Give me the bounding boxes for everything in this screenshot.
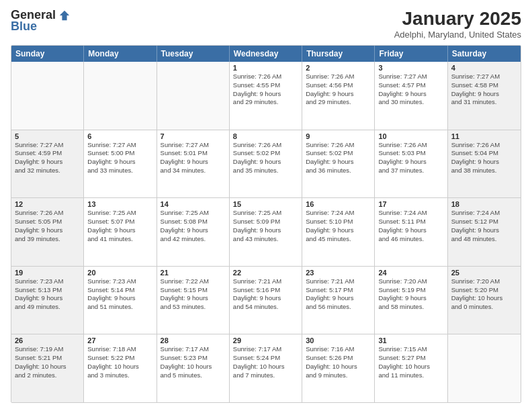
day-cell-6: 6Sunrise: 7:27 AM Sunset: 5:00 PM Daylig… bbox=[84, 130, 157, 198]
day-number: 2 bbox=[306, 64, 371, 72]
day-number: 15 bbox=[233, 200, 298, 208]
day-cell-19: 19Sunrise: 7:23 AM Sunset: 5:13 PM Dayli… bbox=[11, 267, 84, 334]
day-cell-27: 27Sunrise: 7:18 AM Sunset: 5:22 PM Dayli… bbox=[84, 334, 157, 402]
day-cell-30: 30Sunrise: 7:16 AM Sunset: 5:26 PM Dayli… bbox=[302, 334, 375, 402]
header: General Blue January 2025 Adelphi, Maryl… bbox=[11, 8, 521, 40]
day-info: Sunrise: 7:19 AM Sunset: 5:21 PM Dayligh… bbox=[15, 345, 80, 379]
empty-cell-r0c0 bbox=[11, 62, 84, 130]
day-number: 1 bbox=[233, 64, 298, 72]
day-number: 31 bbox=[378, 336, 443, 345]
day-info: Sunrise: 7:24 AM Sunset: 5:12 PM Dayligh… bbox=[451, 209, 517, 243]
day-number: 11 bbox=[451, 132, 517, 140]
day-cell-16: 16Sunrise: 7:24 AM Sunset: 5:10 PM Dayli… bbox=[302, 198, 375, 266]
day-cell-5: 5Sunrise: 7:27 AM Sunset: 4:59 PM Daylig… bbox=[11, 130, 84, 198]
day-info: Sunrise: 7:20 AM Sunset: 5:19 PM Dayligh… bbox=[378, 277, 443, 312]
day-cell-21: 21Sunrise: 7:22 AM Sunset: 5:15 PM Dayli… bbox=[157, 267, 230, 334]
empty-cell-r0c1 bbox=[84, 62, 157, 130]
calendar-body: 1Sunrise: 7:26 AM Sunset: 4:55 PM Daylig… bbox=[11, 62, 521, 402]
day-number: 16 bbox=[306, 200, 371, 208]
day-info: Sunrise: 7:27 AM Sunset: 5:00 PM Dayligh… bbox=[87, 141, 152, 175]
day-number: 3 bbox=[378, 64, 443, 72]
day-cell-20: 20Sunrise: 7:23 AM Sunset: 5:14 PM Dayli… bbox=[84, 267, 157, 334]
day-cell-1: 1Sunrise: 7:26 AM Sunset: 4:55 PM Daylig… bbox=[230, 62, 302, 130]
day-cell-25: 25Sunrise: 7:20 AM Sunset: 5:20 PM Dayli… bbox=[448, 267, 521, 334]
day-info: Sunrise: 7:26 AM Sunset: 4:55 PM Dayligh… bbox=[233, 73, 298, 107]
day-info: Sunrise: 7:17 AM Sunset: 5:24 PM Dayligh… bbox=[233, 345, 298, 379]
day-info: Sunrise: 7:23 AM Sunset: 5:14 PM Dayligh… bbox=[87, 277, 152, 312]
day-cell-23: 23Sunrise: 7:21 AM Sunset: 5:17 PM Dayli… bbox=[302, 267, 375, 334]
day-cell-2: 2Sunrise: 7:26 AM Sunset: 4:56 PM Daylig… bbox=[302, 62, 375, 130]
day-info: Sunrise: 7:27 AM Sunset: 4:57 PM Dayligh… bbox=[378, 73, 443, 107]
day-info: Sunrise: 7:23 AM Sunset: 5:13 PM Dayligh… bbox=[15, 277, 80, 312]
day-cell-17: 17Sunrise: 7:24 AM Sunset: 5:11 PM Dayli… bbox=[375, 198, 447, 266]
day-number: 19 bbox=[15, 269, 80, 277]
calendar: SundayMondayTuesdayWednesdayThursdayFrid… bbox=[11, 45, 521, 403]
day-cell-8: 8Sunrise: 7:26 AM Sunset: 5:02 PM Daylig… bbox=[230, 130, 302, 198]
day-number: 7 bbox=[161, 132, 226, 140]
day-number: 6 bbox=[87, 132, 152, 140]
day-info: Sunrise: 7:25 AM Sunset: 5:08 PM Dayligh… bbox=[161, 209, 226, 243]
day-number: 21 bbox=[161, 269, 226, 277]
day-number: 27 bbox=[87, 336, 152, 345]
day-number: 26 bbox=[15, 336, 80, 345]
day-number: 22 bbox=[233, 269, 298, 277]
day-header-friday: Friday bbox=[375, 46, 447, 62]
day-cell-15: 15Sunrise: 7:25 AM Sunset: 5:09 PM Dayli… bbox=[230, 198, 302, 266]
day-number: 23 bbox=[306, 269, 371, 277]
day-info: Sunrise: 7:15 AM Sunset: 5:27 PM Dayligh… bbox=[378, 345, 443, 379]
day-info: Sunrise: 7:25 AM Sunset: 5:09 PM Dayligh… bbox=[233, 209, 298, 243]
day-cell-10: 10Sunrise: 7:26 AM Sunset: 5:03 PM Dayli… bbox=[375, 130, 447, 198]
day-cell-12: 12Sunrise: 7:26 AM Sunset: 5:05 PM Dayli… bbox=[11, 198, 84, 266]
day-info: Sunrise: 7:27 AM Sunset: 4:59 PM Dayligh… bbox=[15, 141, 80, 175]
day-cell-3: 3Sunrise: 7:27 AM Sunset: 4:57 PM Daylig… bbox=[375, 62, 447, 130]
day-cell-29: 29Sunrise: 7:17 AM Sunset: 5:24 PM Dayli… bbox=[230, 334, 302, 402]
day-number: 5 bbox=[15, 132, 80, 140]
day-number: 20 bbox=[87, 269, 152, 277]
logo-blue-text: Blue bbox=[11, 19, 37, 34]
day-number: 13 bbox=[87, 200, 152, 208]
day-number: 24 bbox=[378, 269, 443, 277]
logo: General Blue bbox=[11, 8, 71, 34]
day-number: 9 bbox=[306, 132, 371, 140]
day-cell-4: 4Sunrise: 7:27 AM Sunset: 4:58 PM Daylig… bbox=[448, 62, 521, 130]
day-header-thursday: Thursday bbox=[302, 46, 375, 62]
day-cell-11: 11Sunrise: 7:26 AM Sunset: 5:04 PM Dayli… bbox=[448, 130, 521, 198]
day-info: Sunrise: 7:24 AM Sunset: 5:11 PM Dayligh… bbox=[378, 209, 443, 243]
day-info: Sunrise: 7:26 AM Sunset: 5:03 PM Dayligh… bbox=[378, 141, 443, 175]
day-info: Sunrise: 7:26 AM Sunset: 5:04 PM Dayligh… bbox=[451, 141, 517, 175]
day-number: 25 bbox=[451, 269, 517, 277]
day-header-wednesday: Wednesday bbox=[230, 46, 302, 62]
day-number: 10 bbox=[378, 132, 443, 140]
day-info: Sunrise: 7:27 AM Sunset: 5:01 PM Dayligh… bbox=[161, 141, 226, 175]
day-number: 8 bbox=[233, 132, 298, 140]
day-number: 28 bbox=[161, 336, 226, 345]
month-title: January 2025 bbox=[394, 8, 521, 30]
day-number: 17 bbox=[378, 200, 443, 208]
day-info: Sunrise: 7:26 AM Sunset: 5:02 PM Dayligh… bbox=[306, 141, 371, 175]
day-number: 4 bbox=[451, 64, 517, 72]
day-cell-22: 22Sunrise: 7:21 AM Sunset: 5:16 PM Dayli… bbox=[230, 267, 302, 334]
day-number: 30 bbox=[306, 336, 371, 345]
day-info: Sunrise: 7:27 AM Sunset: 4:58 PM Dayligh… bbox=[451, 73, 517, 107]
day-cell-26: 26Sunrise: 7:19 AM Sunset: 5:21 PM Dayli… bbox=[11, 334, 84, 402]
day-cell-9: 9Sunrise: 7:26 AM Sunset: 5:02 PM Daylig… bbox=[302, 130, 375, 198]
day-info: Sunrise: 7:16 AM Sunset: 5:26 PM Dayligh… bbox=[306, 345, 371, 379]
day-cell-7: 7Sunrise: 7:27 AM Sunset: 5:01 PM Daylig… bbox=[157, 130, 230, 198]
day-info: Sunrise: 7:24 AM Sunset: 5:10 PM Dayligh… bbox=[306, 209, 371, 243]
calendar-row-1: 1Sunrise: 7:26 AM Sunset: 4:55 PM Daylig… bbox=[11, 62, 521, 130]
day-cell-14: 14Sunrise: 7:25 AM Sunset: 5:08 PM Dayli… bbox=[157, 198, 230, 266]
header-right: January 2025 Adelphi, Maryland, United S… bbox=[394, 8, 521, 40]
empty-cell-r0c2 bbox=[157, 62, 230, 130]
logo-icon bbox=[58, 9, 71, 21]
location: Adelphi, Maryland, United States bbox=[394, 30, 521, 40]
day-number: 29 bbox=[233, 336, 298, 345]
day-cell-31: 31Sunrise: 7:15 AM Sunset: 5:27 PM Dayli… bbox=[375, 334, 447, 402]
day-header-tuesday: Tuesday bbox=[157, 46, 230, 62]
day-cell-18: 18Sunrise: 7:24 AM Sunset: 5:12 PM Dayli… bbox=[448, 198, 521, 266]
calendar-row-2: 5Sunrise: 7:27 AM Sunset: 4:59 PM Daylig… bbox=[11, 130, 521, 199]
day-info: Sunrise: 7:26 AM Sunset: 4:56 PM Dayligh… bbox=[306, 73, 371, 107]
day-info: Sunrise: 7:21 AM Sunset: 5:16 PM Dayligh… bbox=[233, 277, 298, 312]
day-info: Sunrise: 7:25 AM Sunset: 5:07 PM Dayligh… bbox=[87, 209, 152, 243]
empty-cell-r4c6 bbox=[448, 334, 521, 402]
svg-marker-0 bbox=[60, 10, 69, 19]
